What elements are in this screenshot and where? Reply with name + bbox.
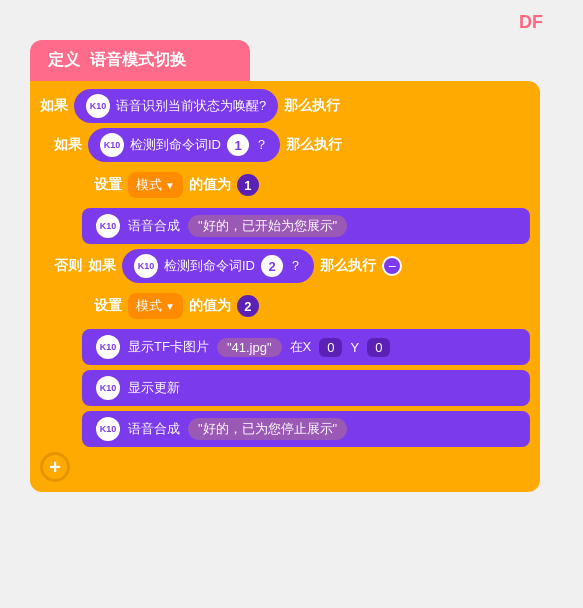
if2-num-badge: 1	[227, 134, 249, 156]
k10-icon-4: K10	[134, 254, 158, 278]
display-y-label: Y	[350, 340, 359, 355]
main-container: 定义 语音模式切换 如果 K10 语音识别当前状态为唤醒? 那么执行 如果 K1…	[30, 40, 550, 492]
k10-icon-1: K10	[86, 94, 110, 118]
display-text: 显示TF卡图片	[128, 338, 209, 356]
k10-icon-3: K10	[96, 214, 120, 238]
refresh-block[interactable]: K10 显示更新	[82, 370, 530, 406]
if1-then: 那么执行	[284, 97, 340, 115]
set2-block[interactable]: 设置 模式 ▼ 的值为 2	[82, 288, 530, 324]
set1-value-prefix: 的值为	[189, 176, 231, 194]
outer-body: 如果 K10 语音识别当前状态为唤醒? 那么执行 如果 K10 检测到命令词ID…	[30, 81, 540, 492]
if2-question: ？	[255, 136, 268, 154]
if2-body: 设置 模式 ▼ 的值为 1 K10 语音合成 "好的，已开始为您展示"	[68, 167, 530, 244]
set2-keyword: 设置	[94, 297, 122, 315]
elseif-body: 设置 模式 ▼ 的值为 2 K10 显示TF卡图片 "41.jpg" 在X	[68, 288, 530, 447]
if2-condition[interactable]: K10 检测到命令词ID 1 ？	[88, 128, 280, 162]
set2-value-prefix: 的值为	[189, 297, 231, 315]
speech1-string: "好的，已开始为您展示"	[188, 215, 347, 237]
else-keyword: 否则	[54, 257, 82, 275]
speech2-text: 语音合成	[128, 420, 180, 438]
k10-icon-6: K10	[96, 376, 120, 400]
if1-condition-text: 语音识别当前状态为唤醒?	[116, 97, 266, 115]
elseif-row: 否则 如果 K10 检测到命令词ID 2 ？ 那么执行	[54, 249, 530, 283]
if3-keyword: 如果	[88, 257, 116, 275]
display-block[interactable]: K10 显示TF卡图片 "41.jpg" 在X 0 Y 0	[82, 329, 530, 365]
define-block: 定义 语音模式切换	[30, 40, 250, 81]
elseif-question: ？	[289, 257, 302, 275]
speech1-block[interactable]: K10 语音合成 "好的，已开始为您展示"	[82, 208, 530, 244]
set1-keyword: 设置	[94, 176, 122, 194]
k10-icon-7: K10	[96, 417, 120, 441]
if2-keyword: 如果	[54, 136, 82, 154]
k10-icon-2: K10	[100, 133, 124, 157]
set2-value-badge: 2	[237, 295, 259, 317]
if1-row: 如果 K10 语音识别当前状态为唤醒? 那么执行	[40, 89, 530, 123]
if1-keyword: 如果	[40, 97, 68, 115]
set1-mode-label: 模式	[136, 176, 162, 194]
add-button[interactable]: +	[40, 452, 70, 482]
elseif-then: 那么执行	[320, 257, 376, 275]
elseif-condition-text: 检测到命令词ID	[164, 257, 255, 275]
set1-block[interactable]: 设置 模式 ▼ 的值为 1	[82, 167, 530, 203]
elseif-minus-btn[interactable]	[382, 256, 402, 276]
set2-mode-label: 模式	[136, 297, 162, 315]
if2-then: 那么执行	[286, 136, 342, 154]
set1-value-badge: 1	[237, 174, 259, 196]
speech1-text: 语音合成	[128, 217, 180, 235]
df-label: DF	[519, 12, 543, 33]
display-x-val: 0	[319, 338, 342, 357]
k10-icon-5: K10	[96, 335, 120, 359]
display-y-val: 0	[367, 338, 390, 357]
set1-mode-dropdown[interactable]: 模式 ▼	[128, 172, 183, 198]
set2-dropdown-arrow: ▼	[165, 301, 175, 312]
if2-condition-text: 检测到命令词ID	[130, 136, 221, 154]
elseif-num-badge: 2	[261, 255, 283, 277]
speech2-string: "好的，已为您停止展示"	[188, 418, 347, 440]
display-filename: "41.jpg"	[217, 338, 282, 357]
define-keyword: 定义	[48, 50, 80, 71]
elseif-condition[interactable]: K10 检测到命令词ID 2 ？	[122, 249, 314, 283]
set2-mode-dropdown[interactable]: 模式 ▼	[128, 293, 183, 319]
set1-dropdown-arrow: ▼	[165, 180, 175, 191]
if1-body: 如果 K10 检测到命令词ID 1 ？ 那么执行 设置 模式	[54, 128, 530, 447]
speech2-block[interactable]: K10 语音合成 "好的，已为您停止展示"	[82, 411, 530, 447]
define-name: 语音模式切换	[90, 50, 186, 71]
if1-condition[interactable]: K10 语音识别当前状态为唤醒?	[74, 89, 278, 123]
display-x-label: 在X	[290, 338, 312, 356]
if2-row: 如果 K10 检测到命令词ID 1 ？ 那么执行	[54, 128, 530, 162]
refresh-text: 显示更新	[128, 379, 180, 397]
